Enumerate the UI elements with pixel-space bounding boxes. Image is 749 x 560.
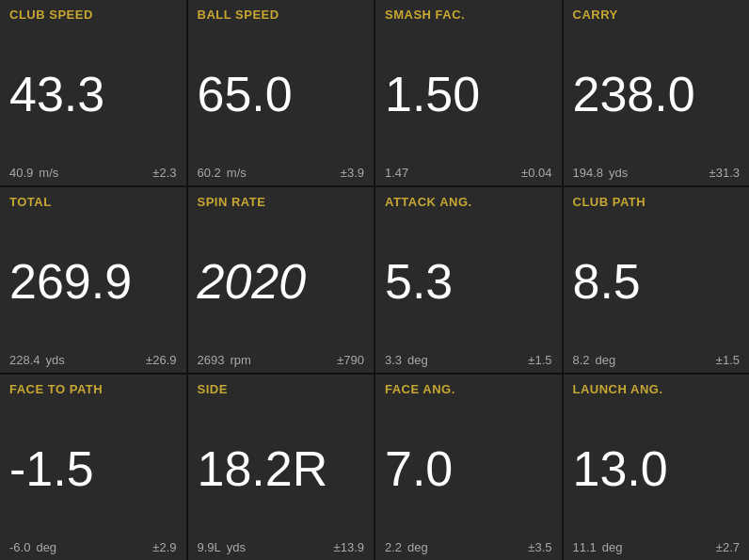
deviation-spin-rate: ±790 — [337, 353, 364, 367]
footer-spin-rate: 2693rpm±790 — [198, 353, 365, 367]
deviation-face-to-path: ±2.9 — [152, 540, 176, 554]
title-carry: CARRY — [573, 8, 741, 22]
title-face-to-path: FACE TO PATH — [9, 382, 177, 396]
deviation-launch-ang: ±2.7 — [716, 540, 740, 554]
title-spin-rate: SPIN RATE — [198, 195, 365, 209]
cell-club-speed: CLUB SPEED43.340.9m/s±2.3 — [0, 0, 186, 185]
deviation-total: ±26.9 — [146, 353, 176, 367]
cell-total: TOTAL269.9228.4yds±26.9 — [0, 187, 186, 373]
value-club-path: 8.5 — [573, 213, 741, 351]
unit-launch-ang: deg — [602, 540, 623, 554]
footer-club-speed: 40.9m/s±2.3 — [9, 166, 177, 180]
avg-spin-rate: 2693 — [198, 353, 225, 367]
value-face-ang: 7.0 — [385, 400, 552, 538]
title-launch-ang: LAUNCH ANG. — [573, 382, 741, 396]
unit-carry: yds — [609, 166, 628, 180]
cell-face-ang: FACE ANG.7.02.2deg±3.5 — [375, 375, 562, 560]
footer-carry: 194.8yds±31.3 — [573, 166, 741, 180]
cell-side: SIDE18.2R9.9Lyds±13.9 — [188, 375, 374, 560]
unit-club-path: deg — [596, 353, 616, 367]
unit-ball-speed: m/s — [227, 166, 247, 180]
value-ball-speed: 65.0 — [198, 25, 365, 164]
deviation-attack-ang: ±1.5 — [528, 353, 551, 367]
deviation-club-speed: ±2.3 — [152, 166, 176, 180]
deviation-ball-speed: ±3.9 — [341, 166, 364, 180]
unit-spin-rate: rpm — [230, 353, 250, 367]
title-attack-ang: ATTACK ANG. — [385, 195, 552, 209]
cell-ball-speed: BALL SPEED65.060.2m/s±3.9 — [188, 0, 374, 185]
footer-total: 228.4yds±26.9 — [9, 353, 177, 367]
avg-carry: 194.8 — [573, 166, 604, 180]
cell-attack-ang: ATTACK ANG.5.33.3deg±1.5 — [375, 187, 562, 373]
avg-face-ang: 2.2 — [385, 540, 402, 554]
unit-total: yds — [46, 353, 65, 367]
footer-ball-speed: 60.2m/s±3.9 — [198, 166, 365, 180]
avg-side: 9.9L — [198, 540, 221, 554]
title-face-ang: FACE ANG. — [385, 382, 552, 396]
cell-face-to-path: FACE TO PATH-1.5-6.0deg±2.9 — [0, 375, 186, 560]
value-attack-ang: 5.3 — [385, 213, 552, 351]
unit-club-speed: m/s — [39, 166, 58, 180]
deviation-side: ±13.9 — [334, 540, 364, 554]
title-smash-fac: SMASH FAC. — [385, 8, 552, 22]
title-ball-speed: BALL SPEED — [198, 8, 365, 22]
value-launch-ang: 13.0 — [573, 400, 741, 538]
footer-launch-ang: 11.1deg±2.7 — [573, 540, 741, 554]
value-total: 269.9 — [9, 213, 177, 351]
deviation-club-path: ±1.5 — [716, 353, 740, 367]
deviation-smash-fac: ±0.04 — [521, 166, 551, 180]
footer-face-to-path: -6.0deg±2.9 — [9, 540, 177, 554]
avg-ball-speed: 60.2 — [198, 166, 221, 180]
value-side: 18.2R — [198, 400, 365, 538]
value-club-speed: 43.3 — [9, 25, 177, 164]
footer-club-path: 8.2deg±1.5 — [573, 353, 741, 367]
footer-face-ang: 2.2deg±3.5 — [385, 540, 552, 554]
unit-side: yds — [227, 540, 246, 554]
title-club-speed: CLUB SPEED — [9, 8, 177, 22]
cell-spin-rate: SPIN RATE20202693rpm±790 — [188, 187, 374, 373]
title-club-path: CLUB PATH — [573, 195, 741, 209]
value-face-to-path: -1.5 — [9, 400, 177, 538]
value-smash-fac: 1.50 — [385, 25, 552, 164]
unit-attack-ang: deg — [407, 353, 428, 367]
cell-smash-fac: SMASH FAC.1.501.47±0.04 — [375, 0, 562, 185]
title-total: TOTAL — [9, 195, 177, 209]
footer-attack-ang: 3.3deg±1.5 — [385, 353, 552, 367]
cell-launch-ang: LAUNCH ANG.13.011.1deg±2.7 — [564, 375, 750, 560]
unit-face-to-path: deg — [36, 540, 56, 554]
metrics-grid: CLUB SPEED43.340.9m/s±2.3BALL SPEED65.06… — [0, 0, 749, 560]
avg-face-to-path: -6.0 — [9, 540, 30, 554]
title-side: SIDE — [198, 382, 365, 396]
cell-club-path: CLUB PATH8.58.2deg±1.5 — [564, 187, 750, 373]
avg-launch-ang: 11.1 — [573, 540, 597, 554]
avg-total: 228.4 — [9, 353, 40, 367]
avg-smash-fac: 1.47 — [385, 166, 408, 180]
footer-smash-fac: 1.47±0.04 — [385, 166, 552, 180]
avg-club-path: 8.2 — [573, 353, 590, 367]
avg-attack-ang: 3.3 — [385, 353, 402, 367]
value-spin-rate: 2020 — [198, 213, 365, 351]
unit-face-ang: deg — [407, 540, 428, 554]
avg-club-speed: 40.9 — [9, 166, 33, 180]
value-carry: 238.0 — [573, 25, 741, 164]
footer-side: 9.9Lyds±13.9 — [198, 540, 365, 554]
deviation-carry: ±31.3 — [709, 166, 740, 180]
cell-carry: CARRY238.0194.8yds±31.3 — [564, 0, 750, 185]
deviation-face-ang: ±3.5 — [528, 540, 551, 554]
